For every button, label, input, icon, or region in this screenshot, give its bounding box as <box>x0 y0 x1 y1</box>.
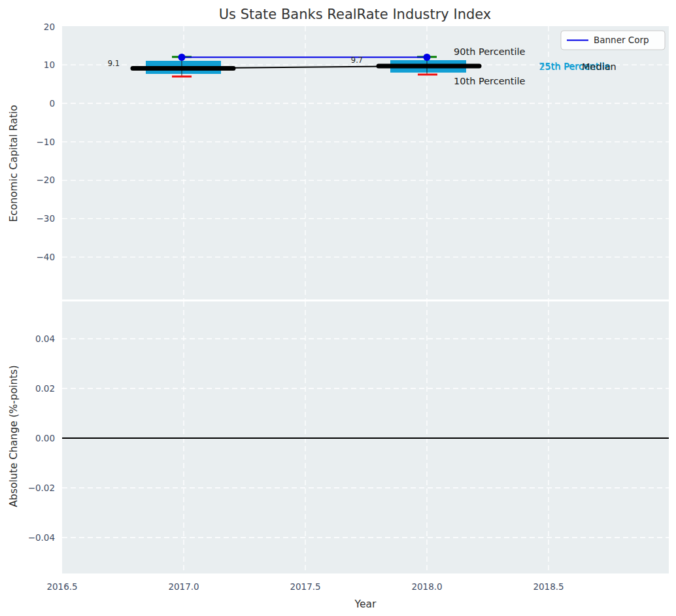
y-tick-label: 20 <box>44 22 55 32</box>
y-tick-label: −0.02 <box>28 483 55 493</box>
y-tick-label: −30 <box>37 213 56 224</box>
y-tick-label: 0 <box>49 98 55 109</box>
y-tick-label: 0.04 <box>35 334 55 344</box>
annotation-90th-percentile: 90th Percentile <box>454 46 526 57</box>
x-tick-labels: 2016.5 2017.0 2017.5 2018.0 2018.5 <box>46 581 564 592</box>
annotation-10th-percentile: 10th Percentile <box>454 76 526 86</box>
annotation-median: Median <box>582 61 617 72</box>
x-tick-label: 2017.5 <box>290 581 320 592</box>
x-tick-label: 2016.5 <box>46 581 77 592</box>
x-tick-label: 2017.0 <box>168 581 199 592</box>
top-y-tick-labels: 20 10 0 −10 −20 −30 −40 <box>37 22 56 263</box>
y-tick-label: −40 <box>37 252 56 262</box>
y-tick-label: −0.04 <box>28 532 55 543</box>
y-tick-label: −20 <box>37 175 56 185</box>
x-tick-label: 2018.5 <box>533 581 564 592</box>
x-axis-label: Year <box>354 598 377 610</box>
plot-title: Us State Banks RealRate Industry Index <box>219 7 492 22</box>
y-tick-label: 0.02 <box>35 383 55 394</box>
legend: Banner Corp <box>561 31 665 50</box>
y-tick-label: 10 <box>44 60 55 70</box>
y-tick-label: −10 <box>37 137 56 147</box>
top-y-axis-label: Economic Capital Ratio <box>8 105 20 222</box>
banner-corp-marker-2017 <box>178 54 186 61</box>
x-tick-label: 2018.0 <box>411 581 442 592</box>
y-tick-label: 0.00 <box>35 433 55 443</box>
banner-corp-marker-2018 <box>424 54 431 61</box>
figure: 9.1 9.7 90th Percentile 10th Percentile … <box>0 0 676 616</box>
bottom-y-tick-labels: 0.04 0.02 0.00 −0.02 −0.04 <box>28 334 55 543</box>
value-label-2017: 9.1 <box>108 59 120 68</box>
value-label-2018: 9.7 <box>351 56 363 65</box>
legend-label: Banner Corp <box>594 35 649 45</box>
chart-canvas: 9.1 9.7 90th Percentile 10th Percentile … <box>0 0 676 616</box>
bottom-y-axis-label: Absolute Change (%-points) <box>8 366 20 507</box>
